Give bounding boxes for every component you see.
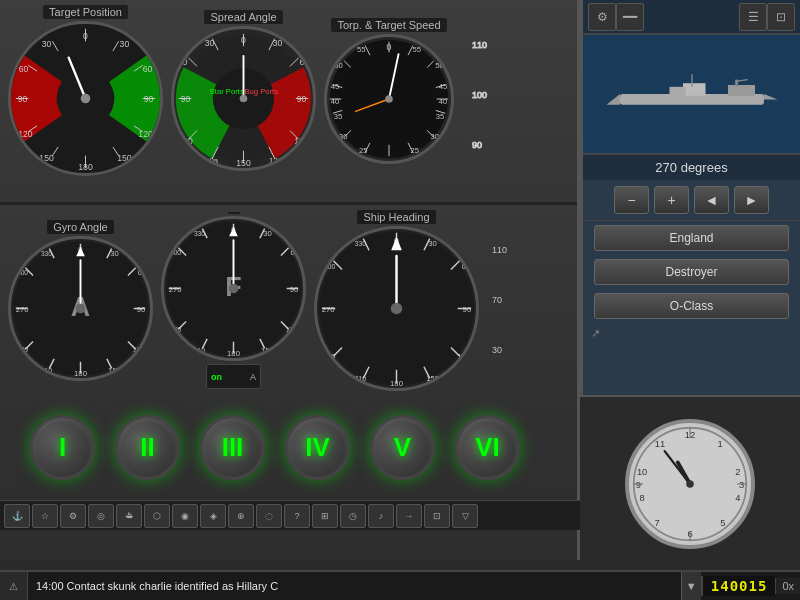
minus-button[interactable]: − [614,186,649,214]
svg-text:150: 150 [108,366,121,375]
svg-text:30: 30 [431,132,439,141]
england-button[interactable]: England [594,225,789,251]
svg-text:270: 270 [169,285,182,294]
status-counter: 140015 [701,576,776,596]
svg-text:60: 60 [19,64,29,74]
main-instrument-panel: Target Position [0,0,580,560]
cursor-indicator: ↗ [583,323,800,344]
destroyer-button[interactable]: Destroyer [594,259,789,285]
torpedo-button-5[interactable]: V [370,415,435,480]
svg-point-212 [686,480,694,488]
icon-crosshair[interactable]: ⊕ [228,504,254,528]
svg-text:90: 90 [18,94,28,104]
svg-text:110: 110 [492,245,507,255]
svg-text:210: 210 [41,367,52,374]
icon-sound[interactable]: ♪ [368,504,394,528]
icon-triangle[interactable]: ▽ [452,504,478,528]
svg-text:50: 50 [435,61,443,70]
icon-ship[interactable]: ⛴ [116,504,142,528]
right-button[interactable]: ► [734,186,769,214]
svg-text:110: 110 [472,40,487,50]
svg-text:55: 55 [412,45,420,54]
svg-text:11: 11 [655,439,665,449]
svg-text:120: 120 [294,136,309,146]
icon-ring[interactable]: ◌ [256,504,282,528]
svg-point-122 [76,304,86,314]
on-a-toggle: on A [206,364,261,389]
nav-icon[interactable]: ━━ [616,3,644,31]
left-button[interactable]: ◄ [694,186,729,214]
svg-text:1: 1 [717,439,722,449]
partial-gauge-svg: 110 100 90 [462,18,532,163]
top-gauge-row: Target Position [0,0,577,181]
gyro-a-gauge: 0 30 60 90 120 150 180 210 240 270 300 3… [8,236,153,381]
svg-text:Bug Ports: Bug Ports [244,87,278,96]
svg-text:30: 30 [339,132,347,141]
torpedo-button-4[interactable]: IV [285,415,350,480]
o-class-button[interactable]: O-Class [594,293,789,319]
degrees-value: 270 degrees [655,160,727,175]
clock-section: 12 1 2 3 4 5 6 7 8 9 10 11 [580,395,800,570]
svg-text:120: 120 [138,129,153,139]
info-icon[interactable]: ☰ [739,3,767,31]
svg-text:35: 35 [334,112,342,121]
svg-text:330: 330 [194,230,205,237]
svg-rect-184 [728,85,755,96]
svg-text:300: 300 [170,249,181,256]
svg-text:180: 180 [78,162,93,172]
torpedo-button-6[interactable]: VI [455,415,520,480]
icon-target[interactable]: ◉ [172,504,198,528]
icon-gear[interactable]: ⚙ [60,504,86,528]
icon-help[interactable]: ? [284,504,310,528]
svg-line-3 [52,41,58,51]
torpedo-button-2[interactable]: II [115,415,180,480]
partial-right-gauge: 110 100 90 [462,18,532,163]
status-suffix: 0x [775,578,800,594]
icon-hex[interactable]: ⬡ [144,504,170,528]
svg-text:150: 150 [426,374,439,383]
svg-text:30: 30 [110,249,119,258]
icon-star[interactable]: ☆ [32,504,58,528]
svg-text:3: 3 [739,479,744,489]
on-indicator: on [211,372,222,382]
status-alert-icon: ⚠ [0,572,28,600]
svg-text:60: 60 [138,269,146,276]
svg-rect-186 [669,87,685,96]
gyro-f-empty-label [228,212,240,214]
status-scroll-button[interactable]: ▼ [681,572,701,600]
bottom-icon-bar: ⚓ ☆ ⚙ ◎ ⛴ ⬡ ◉ ◈ ⊕ ◌ ? ⊞ ◷ ♪ → ⊡ ▽ [0,500,580,530]
partial-bottom-svg: 110 70 30 [487,228,557,373]
target-position-gauge-wrapper: Target Position [8,5,163,176]
torpedo-1-label: I [59,432,66,463]
torpedo-button-row: I II III IV V VI [0,395,580,500]
svg-text:10: 10 [637,466,647,476]
icon-diamond[interactable]: ◈ [200,504,226,528]
icon-clock-small[interactable]: ◷ [340,504,366,528]
icon-grid[interactable]: ⊞ [312,504,338,528]
svg-text:240: 240 [17,346,28,353]
settings-icon[interactable]: ⚙ [588,3,616,31]
svg-text:4: 4 [735,492,740,502]
svg-text:45: 45 [439,82,447,91]
icon-arrow-right[interactable]: → [396,504,422,528]
status-bar: ⚠ 14:00 Contact skunk charlie identified… [0,570,800,600]
icon-circle[interactable]: ◎ [88,504,114,528]
svg-text:60: 60 [300,57,310,67]
torpedo-button-3[interactable]: III [200,415,265,480]
torpedo-6-label: VI [475,432,500,463]
icon-anchor[interactable]: ⚓ [4,504,30,528]
torpedo-4-label: IV [305,432,330,463]
icon-box[interactable]: ⊡ [424,504,450,528]
svg-text:70: 70 [492,295,502,305]
gyro-a-svg: 0 30 60 90 120 150 180 210 240 270 300 3… [11,236,150,381]
expand-icon[interactable]: ⊡ [767,3,795,31]
plus-button[interactable]: + [654,186,689,214]
ship-display-area [583,35,800,155]
svg-text:7: 7 [655,518,660,528]
target-position-label: Target Position [43,5,128,19]
svg-text:120: 120 [133,346,144,353]
svg-text:Star Ports: Star Ports [210,87,244,96]
svg-text:55: 55 [357,45,365,54]
svg-text:270: 270 [16,305,29,314]
torpedo-button-1[interactable]: I [30,415,95,480]
